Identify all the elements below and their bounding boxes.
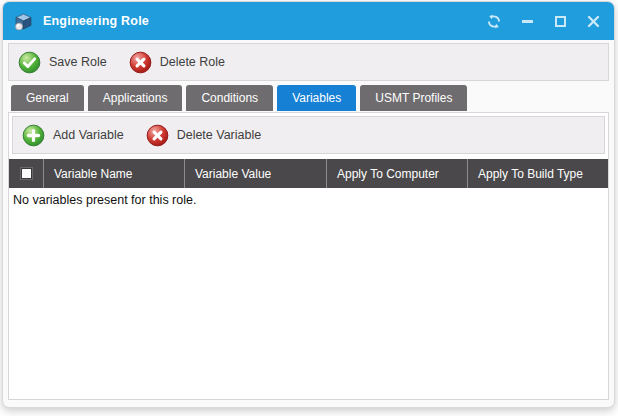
delete-role-label: Delete Role [160, 55, 225, 69]
select-all-checkbox[interactable] [20, 167, 33, 180]
tab-applications[interactable]: Applications [88, 85, 183, 111]
delete-variable-button[interactable]: Delete Variable [146, 124, 262, 147]
close-button[interactable] [586, 14, 600, 28]
minimize-icon [522, 20, 533, 23]
role-toolbar: Save Role Delete Role [8, 43, 609, 81]
titlebar: Engineering Role [3, 2, 614, 40]
empty-message: No variables present for this role. [9, 188, 608, 212]
add-plus-icon [22, 124, 45, 147]
variables-grid-header: Variable Name Variable Value Apply To Co… [9, 159, 608, 188]
delete-variable-label: Delete Variable [177, 128, 262, 142]
variables-toolbar: Add Variable Delete Variable [12, 116, 605, 154]
minimize-button[interactable] [520, 14, 534, 28]
save-role-label: Save Role [49, 55, 107, 69]
select-all-cell [9, 159, 43, 188]
tab-conditions[interactable]: Conditions [186, 85, 273, 111]
delete-role-button[interactable]: Delete Role [129, 51, 225, 74]
maximize-button[interactable] [553, 14, 567, 28]
engineering-role-window: Engineering Role [2, 1, 615, 408]
save-check-icon [18, 51, 41, 74]
delete-variable-x-icon [146, 124, 169, 147]
tab-strip: General Applications Conditions Variable… [11, 85, 609, 111]
add-variable-label: Add Variable [53, 128, 124, 142]
app-icon [13, 11, 34, 32]
delete-x-icon [129, 51, 152, 74]
refresh-icon [487, 14, 501, 29]
close-icon [587, 15, 600, 28]
tab-general[interactable]: General [11, 85, 84, 111]
column-header-variable-name: Variable Name [43, 159, 184, 188]
save-role-button[interactable]: Save Role [18, 51, 107, 74]
column-header-apply-to-build-type: Apply To Build Type [467, 159, 608, 188]
variables-grid-body: No variables present for this role. [9, 188, 608, 399]
column-header-variable-value: Variable Value [184, 159, 326, 188]
window-title: Engineering Role [43, 14, 149, 28]
maximize-icon [555, 16, 566, 27]
column-header-apply-to-computer: Apply To Computer [326, 159, 467, 188]
add-variable-button[interactable]: Add Variable [22, 124, 124, 147]
tab-usmt-profiles[interactable]: USMT Profiles [360, 85, 467, 111]
window-controls [487, 14, 600, 28]
tab-variables[interactable]: Variables [277, 85, 356, 111]
variables-panel: Add Variable Delete Variable Variable Na… [8, 112, 609, 400]
refresh-button[interactable] [487, 14, 501, 28]
